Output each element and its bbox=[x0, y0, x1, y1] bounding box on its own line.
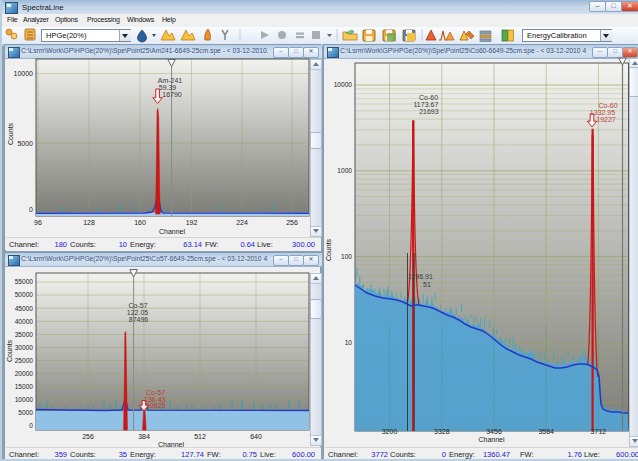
svg-text:45000: 45000 bbox=[15, 305, 34, 312]
svg-text:87496: 87496 bbox=[129, 316, 149, 323]
svg-text:Counts: Counts bbox=[7, 122, 14, 145]
svg-text:96: 96 bbox=[34, 219, 42, 226]
svg-text:3584: 3584 bbox=[538, 428, 554, 435]
svg-text:3712: 3712 bbox=[591, 428, 607, 435]
svg-text:10000: 10000 bbox=[14, 70, 34, 77]
svg-text:256: 256 bbox=[286, 219, 298, 226]
svg-text:19227: 19227 bbox=[596, 116, 616, 123]
svg-text:35000: 35000 bbox=[15, 331, 34, 338]
svg-text:5000: 5000 bbox=[18, 409, 33, 416]
svg-text:256: 256 bbox=[82, 433, 94, 440]
svg-text:160: 160 bbox=[134, 219, 146, 226]
svg-text:224: 224 bbox=[236, 219, 248, 226]
svg-text:Channel: Channel bbox=[478, 436, 505, 443]
svg-text:50000: 50000 bbox=[15, 291, 34, 298]
svg-text:51: 51 bbox=[423, 281, 431, 288]
svg-text:59.39: 59.39 bbox=[159, 84, 177, 91]
svg-text:192: 192 bbox=[186, 219, 198, 226]
svg-text:25000: 25000 bbox=[15, 357, 34, 364]
svg-text:128: 128 bbox=[83, 219, 95, 226]
svg-text:55000: 55000 bbox=[15, 278, 34, 285]
svg-text:1000: 1000 bbox=[337, 167, 352, 174]
svg-text:3456: 3456 bbox=[486, 428, 502, 435]
svg-text:1332.95: 1332.95 bbox=[590, 109, 615, 116]
svg-text:10: 10 bbox=[345, 339, 353, 346]
svg-text:100: 100 bbox=[341, 253, 352, 260]
svg-text:Co-57: Co-57 bbox=[128, 302, 147, 309]
svg-text:10000: 10000 bbox=[334, 81, 353, 88]
svg-text:3328: 3328 bbox=[434, 428, 450, 435]
svg-text:20000: 20000 bbox=[15, 370, 34, 377]
svg-text:640: 640 bbox=[250, 433, 262, 440]
svg-text:40000: 40000 bbox=[15, 318, 34, 325]
svg-text:Counts: Counts bbox=[325, 238, 332, 261]
svg-text:Channel: Channel bbox=[159, 228, 186, 235]
svg-text:21693: 21693 bbox=[419, 108, 439, 115]
svg-text:10000: 10000 bbox=[15, 396, 34, 403]
svg-text:512: 512 bbox=[194, 433, 206, 440]
svg-text:0: 0 bbox=[29, 206, 33, 213]
svg-text:0: 0 bbox=[29, 422, 33, 429]
svg-text:5000: 5000 bbox=[17, 140, 33, 147]
svg-text:Counts: Counts bbox=[6, 339, 13, 362]
svg-text:3200: 3200 bbox=[382, 428, 398, 435]
svg-text:15000: 15000 bbox=[15, 383, 34, 390]
svg-text:384: 384 bbox=[138, 433, 150, 440]
svg-text:1196.91: 1196.91 bbox=[408, 273, 433, 280]
svg-text:Co-60: Co-60 bbox=[598, 102, 617, 109]
svg-text:10625: 10625 bbox=[146, 402, 166, 409]
svg-text:1173.67: 1173.67 bbox=[414, 101, 439, 108]
svg-text:16790: 16790 bbox=[162, 91, 182, 98]
svg-text:30000: 30000 bbox=[15, 344, 34, 351]
